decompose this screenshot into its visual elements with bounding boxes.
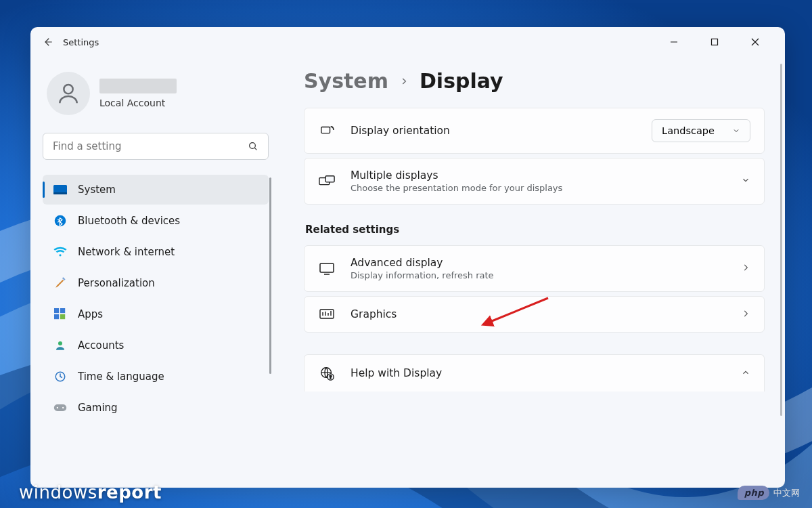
globe-help-icon: ?	[318, 366, 336, 381]
orientation-icon	[318, 124, 336, 137]
wifi-icon	[53, 245, 67, 259]
sidebar-item-label: Time & language	[78, 371, 164, 383]
maximize-button[interactable]	[701, 31, 728, 53]
graphics-icon	[318, 308, 336, 321]
svg-rect-23	[325, 175, 334, 182]
breadcrumb-current: Display	[420, 69, 503, 93]
sidebar-item-network[interactable]: Network & internet	[43, 237, 269, 267]
maximize-icon	[710, 38, 719, 46]
search-box[interactable]	[43, 133, 269, 160]
settings-window: Settings Local Account	[30, 27, 785, 488]
card-graphics[interactable]: Graphics	[304, 296, 765, 333]
chevron-right-icon	[741, 308, 750, 321]
sidebar-item-gaming[interactable]: Gaming	[43, 393, 269, 423]
card-title: Multiple displays	[351, 169, 726, 182]
card-title: Display orientation	[351, 125, 637, 137]
multiple-displays-icon	[318, 175, 336, 188]
sidebar-item-accounts[interactable]: Accounts	[43, 331, 269, 360]
sidebar-item-personalization[interactable]: Personalization	[43, 268, 269, 298]
card-multiple-displays[interactable]: Multiple displays Choose the presentatio…	[304, 158, 765, 205]
card-subtitle: Display information, refresh rate	[351, 270, 726, 280]
bluetooth-icon	[53, 214, 67, 228]
search-input[interactable]	[53, 140, 242, 152]
chevron-right-icon	[741, 262, 750, 275]
sidebar-item-label: Network & internet	[78, 246, 175, 258]
profile-block[interactable]: Local Account	[43, 65, 269, 123]
content-area: System Display Display orientation Lands…	[281, 57, 785, 488]
svg-rect-15	[60, 314, 65, 319]
card-subtitle: Choose the presentation mode for your di…	[351, 183, 726, 193]
svg-point-20	[62, 407, 64, 408]
sidebar-item-label: Bluetooth & devices	[78, 215, 180, 227]
sidebar: Local Account System	[30, 57, 281, 488]
card-title: Help with Display	[351, 367, 726, 379]
card-help-display[interactable]: ? Help with Display	[304, 354, 765, 391]
card-title: Advanced display	[351, 257, 726, 269]
avatar	[47, 72, 90, 115]
chevron-up-icon	[741, 367, 750, 380]
title-bar: Settings	[30, 27, 785, 57]
sidebar-item-label: Gaming	[78, 402, 118, 414]
window-controls	[660, 31, 780, 53]
svg-point-19	[57, 407, 58, 408]
card-display-orientation[interactable]: Display orientation Landscape	[304, 108, 765, 154]
close-button[interactable]	[742, 31, 769, 53]
svg-text:?: ?	[330, 375, 332, 380]
sidebar-item-system[interactable]: System	[43, 175, 269, 205]
svg-rect-26	[320, 310, 334, 318]
sidebar-item-label: Accounts	[78, 339, 124, 352]
watermark-windowsreport: windowsreport	[19, 482, 162, 503]
profile-name-redacted	[99, 79, 177, 93]
svg-rect-18	[54, 404, 66, 411]
profile-account-type: Local Account	[99, 98, 177, 108]
window-title: Settings	[63, 37, 99, 47]
breadcrumb-parent[interactable]: System	[304, 69, 388, 93]
monitor-icon	[318, 262, 336, 276]
sidebar-scrollbar[interactable]	[269, 177, 271, 374]
sidebar-item-label: Apps	[78, 308, 103, 320]
svg-line-7	[254, 148, 256, 150]
svg-rect-24	[320, 263, 334, 272]
clock-globe-icon	[53, 370, 67, 383]
paintbrush-icon	[53, 276, 67, 290]
watermark-php: php 中文网	[738, 486, 800, 500]
system-icon	[53, 183, 67, 196]
sidebar-item-bluetooth[interactable]: Bluetooth & devices	[43, 206, 269, 236]
close-icon	[751, 38, 759, 46]
apps-icon	[53, 308, 67, 321]
sidebar-item-label: System	[78, 184, 116, 196]
breadcrumb: System Display	[304, 69, 765, 93]
account-icon	[53, 339, 67, 352]
card-title: Graphics	[351, 308, 726, 320]
section-related-settings: Related settings	[305, 224, 765, 236]
svg-point-10	[55, 215, 66, 227]
orientation-select[interactable]: Landscape	[652, 119, 750, 142]
svg-rect-2	[712, 39, 718, 45]
orientation-value: Landscape	[662, 125, 715, 136]
sidebar-nav: System Bluetooth & devices Network & int…	[43, 175, 269, 423]
svg-rect-13	[60, 308, 65, 313]
chevron-right-icon	[399, 73, 409, 89]
person-icon	[55, 81, 81, 106]
svg-rect-12	[54, 308, 59, 313]
svg-rect-9	[53, 192, 67, 194]
minimize-icon	[670, 38, 678, 46]
sidebar-item-label: Personalization	[78, 277, 155, 289]
chevron-down-icon	[732, 127, 740, 135]
svg-rect-21	[321, 127, 330, 133]
back-button[interactable]	[36, 30, 59, 54]
svg-point-16	[58, 341, 62, 345]
svg-point-6	[250, 143, 256, 149]
svg-rect-14	[54, 314, 59, 319]
search-icon	[248, 141, 258, 152]
gamepad-icon	[53, 401, 67, 415]
sidebar-item-time-language[interactable]: Time & language	[43, 362, 269, 391]
card-advanced-display[interactable]: Advanced display Display information, re…	[304, 245, 765, 292]
chevron-down-icon	[741, 175, 750, 188]
arrow-left-icon	[41, 36, 53, 48]
svg-point-5	[64, 85, 72, 93]
content-scrollbar[interactable]	[780, 64, 782, 416]
sidebar-item-apps[interactable]: Apps	[43, 299, 269, 329]
minimize-button[interactable]	[660, 31, 687, 53]
